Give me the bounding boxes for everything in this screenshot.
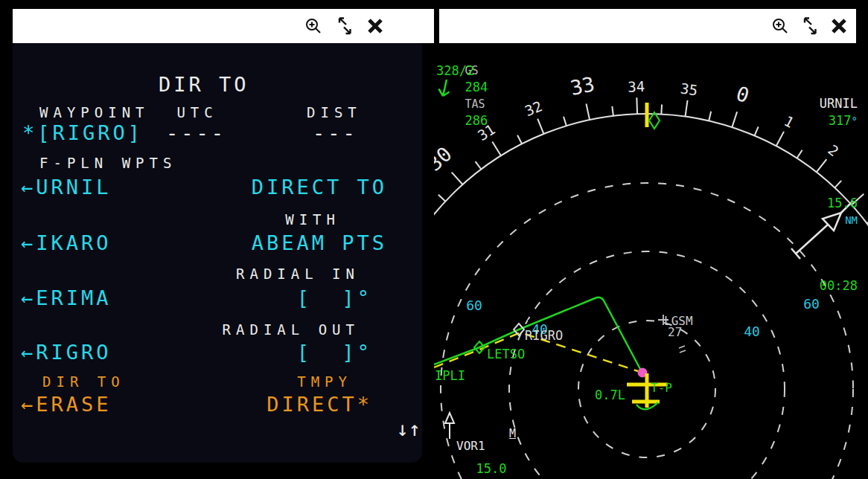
waypoint-label-ipli[interactable]: IPLI — [435, 368, 465, 383]
range-label-40-right: 40 — [744, 324, 760, 339]
speed-readout: GS 284 TAS 286 — [436, 46, 488, 146]
distance-unit: NM — [845, 214, 858, 226]
waypoint-label-rigro[interactable]: RIGRO — [525, 328, 563, 343]
mcdu-radial-out-field[interactable]: [ ]° — [297, 342, 372, 363]
wind-readout: 328/2 — [436, 62, 474, 79]
mcdu-lsk-erase[interactable]: ←ERASE — [21, 394, 112, 415]
resize-icon[interactable] — [800, 16, 820, 36]
mcdu-col-dist: DIST — [307, 106, 362, 120]
compass-number-0: 0 — [733, 82, 752, 108]
tas-label: TAS — [465, 97, 485, 111]
mcdu-rsk-direct-confirm[interactable]: DIRECT* — [267, 394, 372, 415]
close-icon[interactable] — [367, 17, 383, 35]
mcdu-dir-to-label: DIR TO — [42, 375, 125, 390]
mcdu-screen: DIR TO WAYPOINT UTC DIST *[RIGRO] ---- -… — [13, 43, 422, 463]
runway-label-27: 27 — [668, 325, 682, 339]
compass-number-30: 30 — [434, 142, 456, 176]
compass-number-34: 34 — [628, 78, 645, 95]
vor1-dme-readout: 15.0 NM — [447, 444, 506, 479]
mcdu-radial-in-label: RADIAL IN — [236, 267, 360, 282]
to-waypoint-eta: 00:28 — [776, 277, 858, 294]
to-waypoint-info: URNIL 317° 15.6 NM 00:28 — [776, 46, 858, 327]
mcdu-radial-in-field[interactable]: [ ]° — [297, 288, 372, 309]
zoom-icon[interactable] — [304, 17, 322, 35]
zoom-icon[interactable] — [771, 17, 789, 35]
range-label-60-left: 60 — [466, 298, 482, 313]
mcdu-col-waypoint-utc: WAYPOINT UTC — [39, 106, 218, 120]
mcdu-scroll-arrows[interactable]: ↓↑ — [396, 419, 421, 440]
vor1-dme-value: 15.0 — [476, 461, 507, 476]
mcdu-entry-dist: --- — [313, 123, 358, 144]
compass-number-35: 35 — [680, 80, 699, 98]
tas-value: 286 — [465, 113, 488, 128]
mcdu-with-label: WITH — [285, 213, 340, 228]
mcdu-fpln-wpts-label: F-PLN WPTS — [39, 156, 176, 171]
nd-window-titlebar — [439, 9, 856, 43]
mcdu-lsk-urnil[interactable]: ←URNIL — [21, 177, 112, 198]
marker-mode: M — [509, 425, 516, 442]
gs-value: 284 — [465, 80, 488, 94]
resize-icon[interactable] — [335, 16, 354, 36]
navigation-display: 60 60 40 40 303132333435012 — [434, 43, 868, 479]
compass-number-32: 32 — [523, 97, 544, 119]
mcdu-lsk-ikaro[interactable]: ←IKARO — [21, 233, 112, 254]
mcdu-page-title: DIR TO — [159, 74, 249, 95]
to-waypoint-bearing: 317 — [829, 113, 852, 128]
mcdu-entry-utc: ---- — [166, 123, 226, 144]
waypoint-label-letso[interactable]: LETSO — [487, 347, 525, 361]
mcdu-radial-out-label: RADIAL OUT — [223, 323, 360, 338]
degree-symbol: ° — [852, 115, 858, 127]
mcdu-entry-waypoint[interactable]: *[RIGRO] — [22, 123, 143, 144]
cross-track-error-label: 0.7L — [595, 388, 625, 402]
mcdu-window-titlebar — [13, 9, 434, 43]
mcdu-tmpy-label: TMPY — [297, 375, 352, 390]
mcdu-rsk-direct-to[interactable]: DIRECT TO — [252, 177, 387, 198]
compass-number-33: 33 — [568, 72, 596, 100]
to-waypoint-name: URNIL — [820, 96, 858, 111]
turn-point-label: T-P — [651, 381, 672, 395]
close-icon[interactable] — [831, 17, 847, 35]
vor1-legend-arrow-icon — [445, 413, 454, 439]
mcdu-lsk-rigro[interactable]: ←RIGRO — [21, 342, 112, 363]
mcdu-lsk-erima[interactable]: ←ERIMA — [21, 288, 112, 309]
to-waypoint-distance: 15.6 — [827, 196, 858, 210]
mcdu-rsk-abeam-pts[interactable]: ABEAM PTS — [252, 233, 387, 254]
